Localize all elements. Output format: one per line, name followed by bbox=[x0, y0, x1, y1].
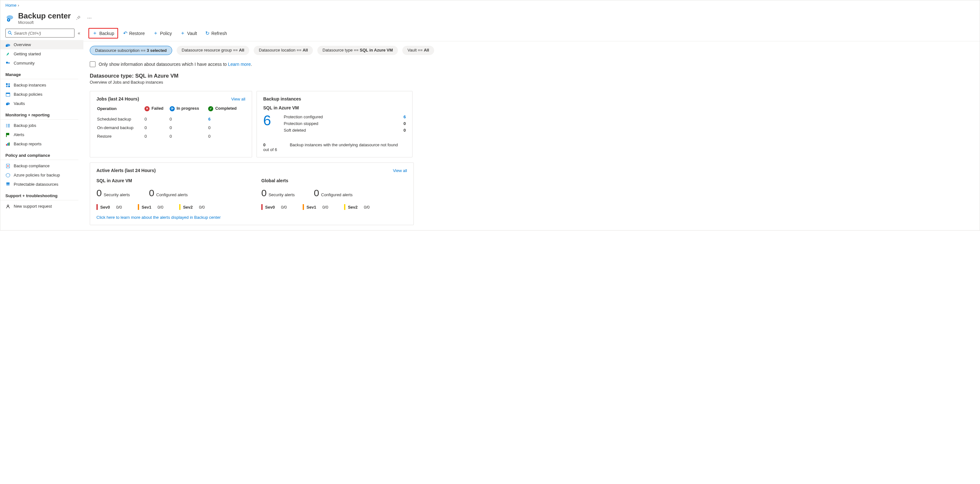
svg-point-7 bbox=[8, 62, 10, 63]
backup-button[interactable]: ＋Backup bbox=[89, 28, 118, 38]
filter-resource-group[interactable]: Datasource resource group == All bbox=[177, 46, 250, 55]
sev1-item: Sev1 0/0 bbox=[138, 204, 163, 210]
headset-icon bbox=[5, 204, 11, 209]
failed-icon: ✕ bbox=[145, 106, 150, 111]
sidebar-item-label: Vaults bbox=[14, 101, 25, 106]
sidebar-item-label: Protectable datasources bbox=[14, 182, 58, 187]
instances-count[interactable]: 6 bbox=[263, 114, 271, 133]
sidebar-item-label: Alerts bbox=[14, 132, 24, 137]
instances-subtitle: SQL in Azure VM bbox=[263, 105, 406, 110]
sidebar-item-community[interactable]: Community bbox=[0, 59, 83, 68]
section-manage: Manage bbox=[0, 68, 78, 79]
filter-type[interactable]: Datasource type == SQL in Azure VM bbox=[317, 46, 398, 55]
sidebar-item-backup-policies[interactable]: Backup policies bbox=[0, 90, 83, 99]
alerts-learn-more-link[interactable]: Click here to learn more about the alert… bbox=[97, 215, 221, 220]
sidebar-item-label: Azure policies for backup bbox=[14, 173, 60, 178]
sev0-icon bbox=[261, 204, 262, 210]
toolbar: ＋Backup ↶Restore ＋Policy ＋Vault ↻Refresh bbox=[83, 25, 980, 41]
search-input[interactable] bbox=[5, 29, 75, 38]
jobs-card: Jobs (last 24 Hours) View all Operation … bbox=[90, 91, 252, 157]
policy-icon bbox=[5, 173, 11, 178]
sidebar-item-azure-policies[interactable]: Azure policies for backup bbox=[0, 170, 83, 180]
sidebar-item-backup-jobs[interactable]: Backup jobs bbox=[0, 121, 83, 130]
configured-alerts: 0Configured alerts bbox=[314, 187, 353, 198]
refresh-button[interactable]: ↻Refresh bbox=[202, 29, 230, 38]
table-row: Protection stopped0 bbox=[283, 120, 406, 127]
completed-icon: ✓ bbox=[208, 106, 213, 111]
protection-configured-link[interactable]: 6 bbox=[404, 114, 406, 119]
job-count-link[interactable]: 6 bbox=[208, 117, 210, 122]
sev2-item: Sev2 0/0 bbox=[344, 204, 369, 210]
instances-card: Backup instances SQL in Azure VM 6 Prote… bbox=[256, 91, 412, 157]
pin-icon[interactable] bbox=[75, 14, 82, 22]
svg-rect-11 bbox=[8, 86, 10, 87]
sidebar-item-label: Community bbox=[14, 61, 35, 65]
sidebar-item-protectable[interactable]: Protectable datasources bbox=[0, 180, 83, 189]
alerts-card: Active Alerts (last 24 Hours) View all S… bbox=[90, 162, 414, 225]
chart-icon bbox=[5, 142, 11, 146]
toolbar-label: Refresh bbox=[212, 31, 227, 36]
cloud-icon bbox=[5, 43, 11, 47]
not-found-count: 0out of 6 bbox=[263, 143, 277, 152]
sidebar-item-alerts[interactable]: Alerts bbox=[0, 130, 83, 139]
filter-location[interactable]: Datasource location == All bbox=[254, 46, 313, 55]
col-completed: ✓Completed bbox=[208, 106, 245, 114]
svg-rect-9 bbox=[8, 83, 10, 85]
more-icon[interactable]: ⋯ bbox=[86, 14, 93, 22]
datasource-heading: Datasource type: SQL in Azure VM bbox=[90, 73, 973, 79]
svg-rect-19 bbox=[7, 143, 8, 146]
sidebar-item-label: Backup reports bbox=[14, 141, 41, 146]
sidebar-item-getting-started[interactable]: Getting started bbox=[0, 49, 83, 59]
alerts-col2-title: Global alerts bbox=[261, 178, 407, 183]
collapse-sidebar-button[interactable]: « bbox=[78, 30, 80, 36]
plus-icon: ＋ bbox=[180, 30, 185, 36]
learn-more-link[interactable]: Learn more bbox=[228, 62, 251, 67]
breadcrumb-home[interactable]: Home bbox=[5, 3, 17, 8]
sidebar-item-vaults[interactable]: Vaults bbox=[0, 99, 83, 108]
vault-button[interactable]: ＋Vault bbox=[177, 29, 200, 38]
svg-rect-18 bbox=[6, 144, 7, 146]
col-failed: ✕Failed bbox=[145, 106, 169, 114]
svg-rect-24 bbox=[6, 184, 10, 186]
plus-icon: ＋ bbox=[92, 30, 97, 36]
sidebar-item-label: Backup policies bbox=[14, 92, 42, 97]
toolbar-label: Vault bbox=[187, 31, 197, 36]
toolbar-label: Backup bbox=[99, 31, 114, 36]
svg-point-25 bbox=[7, 205, 9, 206]
svg-rect-16 bbox=[6, 133, 9, 135]
jobs-title: Jobs (last 24 Hours) bbox=[97, 96, 139, 102]
sev1-icon bbox=[138, 204, 139, 210]
alerts-title: Active Alerts (last 24 Hours) bbox=[97, 168, 156, 173]
restore-button[interactable]: ↶Restore bbox=[120, 29, 148, 38]
svg-rect-23 bbox=[6, 182, 10, 184]
datasource-subtitle: Overview of Jobs and Backup instances bbox=[90, 80, 973, 84]
alerts-col1-title: SQL in Azure VM bbox=[97, 178, 242, 183]
breadcrumb: Home › bbox=[5, 3, 975, 8]
table-row: Restore000 bbox=[97, 132, 245, 140]
page-title: Backup center bbox=[18, 11, 71, 21]
only-access-checkbox[interactable] bbox=[90, 61, 95, 67]
alerts-view-all[interactable]: View all bbox=[393, 168, 407, 173]
table-row: Protection configured6 bbox=[283, 114, 406, 120]
jobs-view-all[interactable]: View all bbox=[231, 97, 245, 102]
svg-point-3 bbox=[8, 31, 11, 34]
progress-icon: ⟳ bbox=[170, 106, 175, 111]
page-subtitle: Microsoft bbox=[18, 21, 71, 25]
sidebar-item-backup-reports[interactable]: Backup reports bbox=[0, 139, 83, 149]
filter-vault[interactable]: Vault == All bbox=[402, 46, 434, 55]
sidebar-item-backup-compliance[interactable]: Backup compliance bbox=[0, 161, 83, 170]
sidebar-item-backup-instances[interactable]: Backup instances bbox=[0, 81, 83, 90]
sidebar-item-new-support[interactable]: New support request bbox=[0, 202, 83, 211]
svg-point-22 bbox=[7, 165, 9, 167]
svg-point-1 bbox=[7, 15, 13, 19]
svg-rect-13 bbox=[6, 93, 10, 94]
policy-button[interactable]: ＋Policy bbox=[150, 29, 175, 38]
table-row: Soft deleted0 bbox=[283, 127, 406, 133]
sev2-item: Sev2 0/0 bbox=[179, 204, 205, 210]
col-in-progress: ⟳In progress bbox=[170, 106, 207, 114]
search-icon bbox=[8, 30, 12, 36]
sidebar-item-overview[interactable]: Overview bbox=[0, 40, 83, 49]
security-alerts: 0Security alerts bbox=[261, 187, 295, 198]
filter-subscription[interactable]: Datasource subscription == 3 selected bbox=[90, 46, 172, 55]
sev1-item: Sev1 0/0 bbox=[303, 204, 328, 210]
